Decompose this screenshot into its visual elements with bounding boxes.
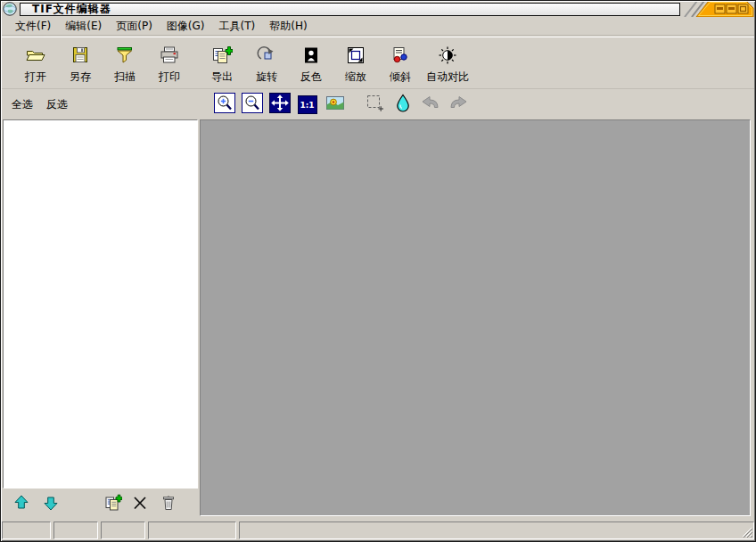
window-controls [679,1,754,17]
menu-help[interactable]: 帮助(H) [262,17,314,36]
view-image-button[interactable] [324,94,346,116]
image-canvas [200,119,751,516]
rotate-label: 旋转 [256,71,277,83]
color-picker-button[interactable] [391,94,414,116]
scale-label: 缩放 [345,71,366,83]
title-plate: TIF文件编辑器 [20,3,680,16]
save-as-button[interactable]: 另存 [58,45,103,84]
maximize-button[interactable] [727,4,736,13]
status-panel-5 [239,521,754,539]
page-action-bar [2,489,198,516]
zoom-in-button[interactable] [213,94,235,116]
menu-tools[interactable]: 工具(T) [212,17,263,36]
main-toolbar: 打开 另存 扫描 [2,37,754,89]
move-down-button[interactable] [42,494,60,512]
status-panel-4 [148,521,236,539]
scanner-funnel-icon [114,45,136,69]
rotate-icon [256,45,277,69]
select-region-icon [365,93,386,117]
menu-file[interactable]: 文件(F) [8,17,58,36]
scan-label: 扫描 [114,71,136,83]
auto-contrast-label: 自动对比 [426,71,469,83]
auto-contrast-icon [437,45,458,69]
scale-resize-icon [345,45,366,69]
deskew-button[interactable]: 倾斜 [378,45,423,84]
paste-add-icon [104,494,122,512]
undo-button[interactable] [419,94,441,116]
photo-icon [325,93,346,117]
resize-grip[interactable] [741,526,752,538]
deskew-label: 倾斜 [390,71,411,83]
print-button[interactable]: 打印 [147,45,192,84]
app-globe-icon [3,2,17,16]
floppy-save-icon [70,45,91,69]
invert-selection-button[interactable]: 反选 [46,97,68,112]
open-label: 打开 [25,71,46,83]
invert-colors-label: 反色 [300,71,322,83]
zoom-out-icon [242,93,263,117]
color-drop-icon [392,93,414,117]
deskew-icon [390,45,411,69]
window-title: TIF文件编辑器 [32,2,111,17]
actual-size-icon: 1:1 [298,95,317,114]
view-toolbar: 1:1 [201,90,752,119]
titlebar[interactable]: TIF文件编辑器 [2,1,754,17]
invert-colors-icon [300,45,322,69]
export-copy-plus-icon [211,45,233,69]
scale-button[interactable]: 缩放 [333,45,378,84]
export-button[interactable]: 导出 [200,45,244,84]
delete-page-button[interactable] [131,494,149,512]
trash-button[interactable] [160,494,177,512]
fit-window-button[interactable] [268,94,291,116]
redo-button[interactable] [447,94,469,116]
select-all-button[interactable]: 全选 [12,97,33,112]
menubar: 文件(F) 编辑(E) 页面(P) 图像(G) 工具(T) 帮助(H) [2,17,754,36]
save-as-label: 另存 [70,71,91,83]
actual-size-button[interactable]: 1:1 [296,94,318,116]
delete-x-icon [131,494,149,512]
paste-page-button[interactable] [104,494,122,512]
minimize-button[interactable] [715,4,725,13]
open-folder-icon [25,45,46,69]
actual-size-label: 1:1 [300,101,314,110]
thumbnail-list-panel [3,119,198,489]
auto-contrast-button[interactable]: 自动对比 [423,45,472,84]
close-button[interactable] [738,4,748,13]
undo-icon [420,93,441,117]
fit-window-icon [269,93,291,117]
scan-button[interactable]: 扫描 [103,45,147,84]
move-up-button[interactable] [12,494,30,512]
page-select-bar: 全选 反选 [2,90,197,119]
menu-image[interactable]: 图像(G) [160,17,212,36]
menu-page[interactable]: 页面(P) [109,17,160,36]
move-down-icon [42,494,60,512]
export-label: 导出 [211,71,233,83]
redo-icon [448,93,469,117]
status-panel-1 [2,521,51,539]
status-bar [2,518,754,540]
zoom-in-icon [214,93,235,117]
printer-icon [159,45,180,69]
status-panel-2 [53,521,98,539]
open-button[interactable]: 打开 [13,45,58,84]
menu-edit[interactable]: 编辑(E) [58,17,109,36]
rotate-button[interactable]: 旋转 [244,45,289,84]
print-label: 打印 [159,71,180,83]
select-region-button[interactable] [364,94,386,116]
status-panel-3 [101,521,145,539]
trash-icon [160,494,177,512]
zoom-out-button[interactable] [241,94,263,116]
move-up-icon [12,494,30,512]
invert-colors-button[interactable]: 反色 [289,45,333,84]
